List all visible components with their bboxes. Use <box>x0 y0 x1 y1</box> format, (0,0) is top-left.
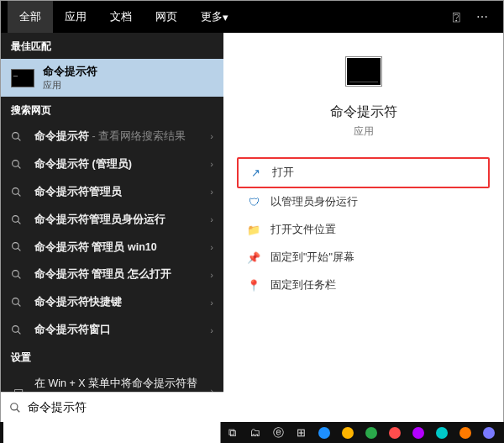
options-icon[interactable]: ⋯ <box>468 10 496 24</box>
web-suggestion[interactable]: 命令提示符管理员身份运行› <box>1 206 223 234</box>
web-suggestion-label: 命令提示符 - 查看网络搜索结果 <box>34 129 205 144</box>
web-suggestion[interactable]: 命令提示符 (管理员)› <box>1 150 223 178</box>
search-icon <box>11 159 26 170</box>
taskbar-app-icon[interactable] <box>407 427 430 439</box>
svg-line-17 <box>17 409 20 412</box>
tab-all[interactable]: 全部 <box>8 1 53 33</box>
svg-point-16 <box>11 403 18 409</box>
taskbar: ⧉ 🗂 ⓔ ⊞ <box>0 422 504 443</box>
action-icon: 📍 <box>245 279 262 292</box>
search-icon <box>11 131 26 142</box>
svg-point-6 <box>13 215 19 222</box>
tab-apps[interactable]: 应用 <box>53 1 98 33</box>
best-match-header: 最佳匹配 <box>1 33 223 59</box>
svg-line-3 <box>18 166 20 168</box>
web-suggestion-label: 命令提示符窗口 <box>34 323 205 337</box>
taskbar-app-icon[interactable] <box>430 427 454 439</box>
web-suggestion[interactable]: 命令提示符管理员› <box>1 178 223 206</box>
action-item[interactable]: ↗打开 <box>237 157 490 188</box>
filter-tabs: 全部 应用 文档 网页 更多 ▾ ⍰ ⋯ <box>1 1 503 33</box>
web-suggestion-label: 命令提示符 管理员 怎么打开 <box>34 267 205 282</box>
chevron-right-icon: › <box>210 187 213 197</box>
store-icon[interactable]: ⊞ <box>290 422 312 443</box>
feedback-icon[interactable]: ⍰ <box>444 10 468 24</box>
taskbar-app-icon[interactable] <box>383 427 407 439</box>
action-label: 以管理员身份运行 <box>270 195 358 209</box>
app-title: 命令提示符 <box>330 103 397 121</box>
best-match-subtitle: 应用 <box>43 79 97 92</box>
svg-point-2 <box>13 160 19 166</box>
web-suggestion[interactable]: 命令提示符 - 查看网络搜索结果› <box>1 123 223 150</box>
search-input[interactable] <box>28 401 215 414</box>
action-icon: 📁 <box>245 224 262 236</box>
chevron-right-icon: › <box>210 131 213 141</box>
svg-point-0 <box>13 133 19 140</box>
svg-line-5 <box>18 193 20 196</box>
edge-icon[interactable]: ⓔ <box>266 422 289 443</box>
web-suggestion[interactable]: 命令提示符快捷键› <box>1 288 223 316</box>
chevron-right-icon: › <box>210 159 213 169</box>
taskbar-app-icon[interactable] <box>477 427 501 439</box>
web-suggestion[interactable]: 命令提示符 管理员 win10› <box>1 234 223 261</box>
explorer-icon[interactable]: 🗂 <box>244 422 266 443</box>
web-suggestion[interactable]: 命令提示符窗口› <box>1 316 223 344</box>
results-panel: 最佳匹配 命令提示符 应用 搜索网页 命令提示符 - 查看网络搜索结果›命令提示… <box>1 33 223 442</box>
tab-web[interactable]: 网页 <box>144 1 189 33</box>
web-suggestion[interactable]: 命令提示符 管理员 怎么打开› <box>1 261 223 288</box>
action-icon: 🛡 <box>245 196 262 208</box>
actions-list: ↗打开🛡以管理员身份运行📁打开文件位置📌固定到"开始"屏幕📍固定到任务栏 <box>223 157 503 299</box>
search-icon <box>11 324 26 335</box>
taskbar-app-icon[interactable] <box>336 427 360 439</box>
svg-line-9 <box>18 249 20 251</box>
taskbar-search-region <box>3 422 221 443</box>
svg-line-1 <box>18 138 20 140</box>
action-label: 打开文件位置 <box>270 223 336 237</box>
svg-point-8 <box>13 243 19 250</box>
taskbar-app-icon[interactable] <box>454 427 477 439</box>
chevron-right-icon: › <box>210 214 213 224</box>
svg-line-15 <box>18 331 20 334</box>
action-icon: 📌 <box>245 251 262 264</box>
best-match-title: 命令提示符 <box>43 64 97 79</box>
action-item[interactable]: 📁打开文件位置 <box>237 216 490 244</box>
cmd-icon <box>11 69 34 87</box>
search-icon <box>9 402 21 414</box>
svg-point-12 <box>13 298 19 305</box>
chevron-right-icon: › <box>210 242 213 252</box>
svg-point-14 <box>13 326 19 333</box>
action-item[interactable]: 📍固定到任务栏 <box>237 272 490 299</box>
web-suggestion-label: 命令提示符管理员身份运行 <box>34 213 205 227</box>
taskbar-app-icon[interactable] <box>360 427 383 439</box>
search-icon <box>11 297 26 308</box>
action-label: 固定到"开始"屏幕 <box>270 251 354 265</box>
action-icon: ↗ <box>247 166 264 179</box>
task-view-icon[interactable]: ⧉ <box>221 422 244 443</box>
web-suggestion-label: 命令提示符 管理员 win10 <box>34 240 205 255</box>
search-icon <box>11 241 26 252</box>
web-header: 搜索网页 <box>1 97 223 123</box>
chevron-right-icon: › <box>210 298 213 308</box>
details-panel: 命令提示符 应用 ↗打开🛡以管理员身份运行📁打开文件位置📌固定到"开始"屏幕📍固… <box>223 33 503 442</box>
tab-docs[interactable]: 文档 <box>98 1 144 33</box>
action-label: 打开 <box>272 166 294 180</box>
svg-line-13 <box>18 303 20 306</box>
action-label: 固定到任务栏 <box>270 278 336 293</box>
action-item[interactable]: 🛡以管理员身份运行 <box>237 188 490 216</box>
svg-line-7 <box>18 221 20 224</box>
search-bar[interactable] <box>1 392 223 422</box>
taskbar-app-icon[interactable] <box>312 427 336 439</box>
search-icon <box>11 187 26 198</box>
settings-header: 设置 <box>1 344 223 370</box>
app-icon <box>345 56 382 87</box>
web-suggestion-label: 命令提示符 (管理员) <box>34 157 205 171</box>
body: 最佳匹配 命令提示符 应用 搜索网页 命令提示符 - 查看网络搜索结果›命令提示… <box>1 33 503 442</box>
best-match-item[interactable]: 命令提示符 应用 <box>1 59 223 97</box>
tab-more[interactable]: 更多 ▾ <box>189 1 240 33</box>
svg-line-11 <box>18 276 20 278</box>
action-item[interactable]: 📌固定到"开始"屏幕 <box>237 244 490 272</box>
chevron-right-icon: › <box>210 325 213 335</box>
svg-point-4 <box>13 187 19 194</box>
web-suggestion-label: 命令提示符管理员 <box>34 185 205 199</box>
chevron-right-icon: › <box>210 270 213 280</box>
search-icon <box>11 269 26 280</box>
